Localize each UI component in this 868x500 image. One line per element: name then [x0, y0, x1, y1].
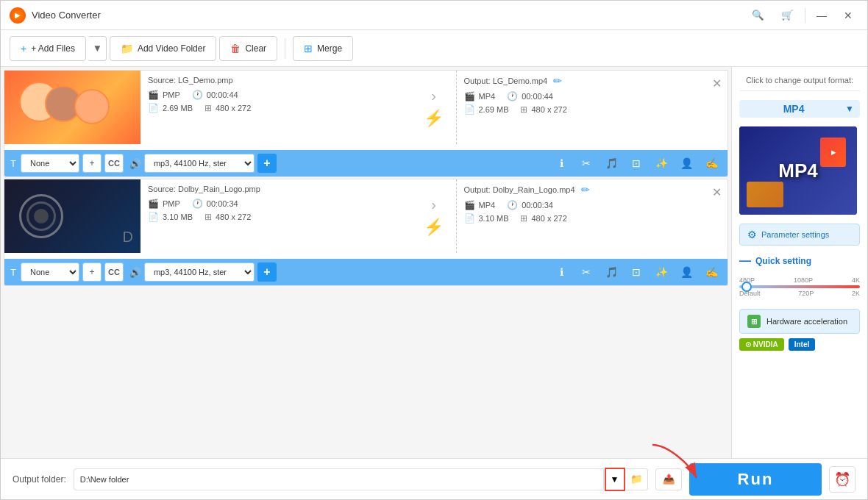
effects-btn-1[interactable]: ✨ [651, 153, 672, 174]
source-size-2: 📄 3.10 MB [148, 212, 193, 222]
res-icon-2: ⊞ [204, 212, 212, 222]
format-preview: ▶ MP4 [739, 126, 857, 215]
source-res-val-2: 480 x 272 [216, 213, 251, 221]
info-btn-1[interactable]: ℹ [551, 153, 572, 174]
slider-track[interactable] [739, 285, 860, 288]
export-button[interactable]: 📤 [655, 468, 682, 490]
format-select[interactable]: MP4 ▼ [739, 100, 860, 118]
close-button[interactable]: ✕ [838, 5, 858, 26]
cart-button[interactable]: 🛒 [775, 5, 799, 26]
watermark-btn-1[interactable]: 👤 [676, 153, 697, 174]
app-title: Video Converter [32, 10, 101, 21]
source-size-val-1: 2.69 MB [163, 104, 193, 113]
mp4-format-label: MP4 [778, 160, 817, 182]
trash-icon: 🗑 [230, 43, 241, 54]
output-header-2: Output: Dolby_Rain_Logo.mp4 ✏ [464, 184, 721, 196]
output-path-input[interactable] [74, 468, 604, 490]
slider-top-labels: 480P 1080P 4K [739, 276, 860, 284]
output-size-1: 📄 2.69 MB [464, 104, 509, 115]
conversion-arrow-1: › ⚡ [412, 71, 456, 144]
crop-btn-2[interactable]: ⊡ [626, 262, 647, 282]
output-res-1: ⊞ 480 x 272 [520, 104, 566, 115]
info-btn-2[interactable]: ℹ [551, 262, 572, 282]
close-item-1[interactable]: ✕ [712, 76, 722, 90]
audio-select-1[interactable]: mp3, 44100 Hz, ster [144, 154, 255, 173]
subtitle-select-2[interactable]: None [21, 262, 79, 282]
main-toolbar: + + Add Files ▼ 📁 Add Video Folder 🗑 Cle… [1, 30, 867, 67]
output-format-2: 🎬 MP4 [464, 200, 496, 210]
cut-btn-1[interactable]: ✂ [576, 153, 597, 174]
source-format-2: 🎬 PMP [148, 199, 180, 209]
format-icon-1: 🎬 [148, 90, 159, 100]
output-format-val-1: MP4 [479, 92, 496, 101]
file-item-content: Source: LG_Demo.pmp 🎬 PMP 🕐 00:00:44 [4, 71, 728, 150]
run-button[interactable]: Run [689, 463, 822, 496]
effects-btn-2[interactable]: ✨ [651, 262, 672, 282]
output-duration-1: 🕐 00:00:44 [507, 91, 553, 101]
param-settings-label: Parameter settings [761, 230, 829, 239]
source-duration-2: 🕐 00:00:34 [192, 199, 238, 209]
add-audio-1[interactable]: + [257, 154, 277, 173]
source-filename-2: Source: Dolby_Rain_Logo.pmp [148, 185, 260, 193]
source-section-2: Source: Dolby_Rain_Logo.pmp 🎬 PMP 🕐 00:0… [140, 179, 412, 253]
quick-setting-title: — Quick setting [739, 254, 860, 268]
quality-slider[interactable]: 480P 1080P 4K Default 720P 2K [739, 274, 860, 300]
audio-btn-2[interactable]: 🎵 [601, 262, 622, 282]
clear-button[interactable]: 🗑 Clear [219, 36, 277, 61]
subtitle-text-icon-2: T [10, 267, 16, 278]
thumbnail-2: D [4, 179, 140, 253]
source-filename-1: Source: LG_Demo.pmp [148, 76, 233, 85]
output-duration-val-2: 00:00:34 [522, 201, 553, 210]
add-files-label: + Add Files [31, 43, 75, 54]
edit-output-icon-2[interactable]: ✏ [581, 184, 590, 196]
quick-setting-label: Quick setting [755, 256, 811, 266]
file-item-content-2: D Source: Dolby_Rain_Logo.pmp 🎬 PMP [4, 179, 728, 259]
add-audio-2[interactable]: + [257, 262, 277, 282]
add-subtitle-2[interactable]: + [82, 262, 102, 282]
add-subtitle-1[interactable]: + [82, 154, 102, 173]
titlebar: Video Converter 🔍 🛒 — ✕ [1, 1, 867, 30]
browse-folder-button[interactable]: 📁 [626, 468, 648, 490]
merge-button[interactable]: ⊞ Merge [293, 36, 353, 61]
source-row2-1: 📄 2.69 MB ⊞ 480 x 272 [148, 103, 405, 113]
output-size-2: 📄 3.10 MB [464, 213, 509, 224]
edit-output-icon-1[interactable]: ✏ [553, 75, 562, 87]
label-1080p: 1080P [794, 276, 813, 284]
cc-btn-2[interactable]: CC [104, 262, 124, 282]
res-icon-1: ⊞ [204, 103, 212, 113]
output-size-val-2: 3.10 MB [479, 214, 509, 223]
app-icon [10, 7, 26, 24]
watermark-btn-2[interactable]: 👤 [676, 262, 697, 282]
crop-btn-1[interactable]: ⊡ [626, 153, 647, 174]
cc-btn-1[interactable]: CC [104, 154, 124, 173]
label-720p: 720P [798, 290, 814, 297]
merge-label: Merge [317, 43, 342, 54]
add-files-dropdown[interactable]: ▼ [89, 36, 107, 61]
intel-badge: Intel [789, 338, 816, 351]
titlebar-right: 🔍 🛒 — ✕ [746, 5, 858, 26]
add-folder-button[interactable]: 📁 Add Video Folder [110, 36, 217, 61]
nvidia-badge: ⊙ NVIDIA [739, 338, 784, 351]
minimize-button[interactable]: — [811, 5, 832, 26]
source-duration-1: 🕐 00:00:44 [192, 90, 238, 100]
add-files-button[interactable]: + + Add Files [10, 36, 86, 61]
audio-btn-1[interactable]: 🎵 [601, 153, 622, 174]
close-item-2[interactable]: ✕ [712, 185, 722, 199]
bottom-bar: Output folder: ▼ 📁 📤 Run ⏰ [1, 458, 867, 499]
hw-chip-icon: ⊞ [747, 315, 761, 328]
parameter-settings-button[interactable]: ⚙ Parameter settings [739, 224, 860, 246]
subtitle-edit-btn-2[interactable]: ✍ [701, 262, 722, 282]
output-res-val-2: 480 x 272 [531, 214, 566, 223]
output-res-val-1: 480 x 272 [531, 105, 566, 114]
out-res-icon-1: ⊞ [520, 104, 527, 115]
cut-btn-2[interactable]: ✂ [576, 262, 597, 282]
alarm-button[interactable]: ⏰ [829, 466, 855, 493]
source-size-val-2: 3.10 MB [163, 213, 193, 221]
search-button[interactable]: 🔍 [746, 5, 769, 26]
subtitle-edit-btn-1[interactable]: ✍ [701, 153, 722, 174]
output-section-1: Output: LG_Demo.mp4 ✏ 🎬 MP4 🕐 00:00:44 [456, 71, 728, 144]
output-path-dropdown[interactable]: ▼ [605, 468, 625, 490]
hw-accel-button[interactable]: ⊞ Hardware acceleration [739, 309, 860, 334]
audio-select-2[interactable]: mp3, 44100 Hz, ster [144, 262, 255, 282]
subtitle-select-1[interactable]: None [21, 154, 79, 173]
